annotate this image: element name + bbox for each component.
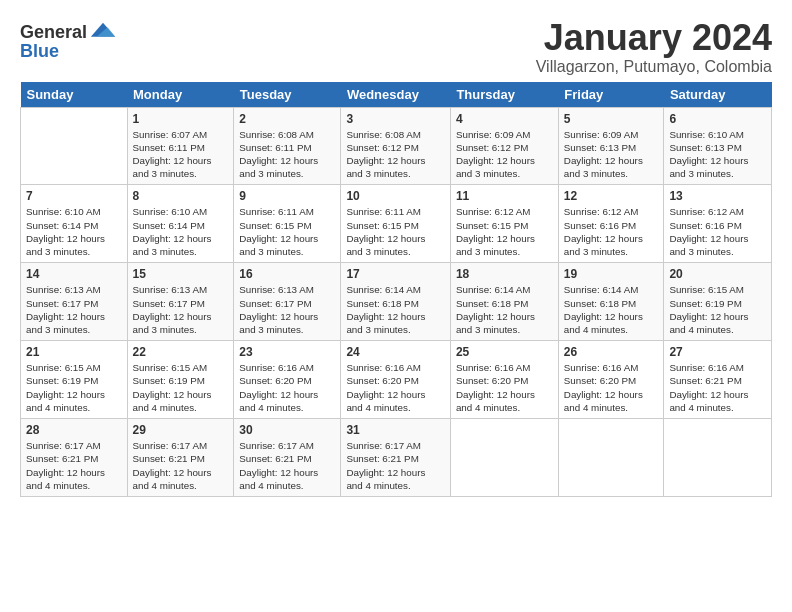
- weekday-header-monday: Monday: [127, 82, 234, 108]
- day-info: Sunrise: 6:17 AM Sunset: 6:21 PM Dayligh…: [239, 439, 335, 492]
- calendar-cell: 10Sunrise: 6:11 AM Sunset: 6:15 PM Dayli…: [341, 185, 451, 263]
- day-info: Sunrise: 6:14 AM Sunset: 6:18 PM Dayligh…: [564, 283, 659, 336]
- day-info: Sunrise: 6:14 AM Sunset: 6:18 PM Dayligh…: [456, 283, 553, 336]
- day-number: 16: [239, 267, 335, 281]
- calendar-cell: 9Sunrise: 6:11 AM Sunset: 6:15 PM Daylig…: [234, 185, 341, 263]
- day-number: 7: [26, 189, 122, 203]
- calendar-cell: 21Sunrise: 6:15 AM Sunset: 6:19 PM Dayli…: [21, 341, 128, 419]
- day-number: 31: [346, 423, 445, 437]
- day-number: 1: [133, 112, 229, 126]
- calendar-cell: 29Sunrise: 6:17 AM Sunset: 6:21 PM Dayli…: [127, 419, 234, 497]
- day-info: Sunrise: 6:12 AM Sunset: 6:16 PM Dayligh…: [564, 205, 659, 258]
- calendar-week-row: 1Sunrise: 6:07 AM Sunset: 6:11 PM Daylig…: [21, 107, 772, 185]
- day-info: Sunrise: 6:12 AM Sunset: 6:15 PM Dayligh…: [456, 205, 553, 258]
- calendar-cell: 26Sunrise: 6:16 AM Sunset: 6:20 PM Dayli…: [558, 341, 664, 419]
- day-info: Sunrise: 6:09 AM Sunset: 6:13 PM Dayligh…: [564, 128, 659, 181]
- logo-general-text: General: [20, 23, 87, 41]
- month-year-title: January 2024: [536, 18, 772, 58]
- weekday-header-thursday: Thursday: [450, 82, 558, 108]
- calendar-cell: 23Sunrise: 6:16 AM Sunset: 6:20 PM Dayli…: [234, 341, 341, 419]
- weekday-header-sunday: Sunday: [21, 82, 128, 108]
- calendar-cell: 25Sunrise: 6:16 AM Sunset: 6:20 PM Dayli…: [450, 341, 558, 419]
- calendar-cell: 16Sunrise: 6:13 AM Sunset: 6:17 PM Dayli…: [234, 263, 341, 341]
- weekday-header-saturday: Saturday: [664, 82, 772, 108]
- day-number: 20: [669, 267, 766, 281]
- calendar-cell: 24Sunrise: 6:16 AM Sunset: 6:20 PM Dayli…: [341, 341, 451, 419]
- day-info: Sunrise: 6:13 AM Sunset: 6:17 PM Dayligh…: [133, 283, 229, 336]
- day-info: Sunrise: 6:08 AM Sunset: 6:12 PM Dayligh…: [346, 128, 445, 181]
- calendar-cell: 14Sunrise: 6:13 AM Sunset: 6:17 PM Dayli…: [21, 263, 128, 341]
- calendar-cell: [664, 419, 772, 497]
- day-info: Sunrise: 6:09 AM Sunset: 6:12 PM Dayligh…: [456, 128, 553, 181]
- calendar-cell: 31Sunrise: 6:17 AM Sunset: 6:21 PM Dayli…: [341, 419, 451, 497]
- calendar-cell: [450, 419, 558, 497]
- day-number: 3: [346, 112, 445, 126]
- logo-blue-text: Blue: [20, 42, 59, 60]
- day-info: Sunrise: 6:16 AM Sunset: 6:21 PM Dayligh…: [669, 361, 766, 414]
- day-info: Sunrise: 6:16 AM Sunset: 6:20 PM Dayligh…: [346, 361, 445, 414]
- day-info: Sunrise: 6:14 AM Sunset: 6:18 PM Dayligh…: [346, 283, 445, 336]
- calendar-cell: 1Sunrise: 6:07 AM Sunset: 6:11 PM Daylig…: [127, 107, 234, 185]
- day-number: 28: [26, 423, 122, 437]
- day-info: Sunrise: 6:08 AM Sunset: 6:11 PM Dayligh…: [239, 128, 335, 181]
- day-number: 26: [564, 345, 659, 359]
- day-info: Sunrise: 6:13 AM Sunset: 6:17 PM Dayligh…: [239, 283, 335, 336]
- calendar-table: SundayMondayTuesdayWednesdayThursdayFrid…: [20, 82, 772, 497]
- day-info: Sunrise: 6:16 AM Sunset: 6:20 PM Dayligh…: [564, 361, 659, 414]
- calendar-cell: 12Sunrise: 6:12 AM Sunset: 6:16 PM Dayli…: [558, 185, 664, 263]
- day-number: 4: [456, 112, 553, 126]
- logo: General Blue: [20, 18, 117, 60]
- logo-icon: [89, 18, 117, 46]
- title-block: January 2024 Villagarzon, Putumayo, Colo…: [536, 18, 772, 76]
- day-number: 25: [456, 345, 553, 359]
- calendar-cell: 13Sunrise: 6:12 AM Sunset: 6:16 PM Dayli…: [664, 185, 772, 263]
- location-title: Villagarzon, Putumayo, Colombia: [536, 58, 772, 76]
- weekday-header-wednesday: Wednesday: [341, 82, 451, 108]
- weekday-header-tuesday: Tuesday: [234, 82, 341, 108]
- day-info: Sunrise: 6:17 AM Sunset: 6:21 PM Dayligh…: [346, 439, 445, 492]
- day-number: 18: [456, 267, 553, 281]
- day-info: Sunrise: 6:15 AM Sunset: 6:19 PM Dayligh…: [133, 361, 229, 414]
- day-info: Sunrise: 6:13 AM Sunset: 6:17 PM Dayligh…: [26, 283, 122, 336]
- day-number: 9: [239, 189, 335, 203]
- calendar-week-row: 21Sunrise: 6:15 AM Sunset: 6:19 PM Dayli…: [21, 341, 772, 419]
- day-info: Sunrise: 6:12 AM Sunset: 6:16 PM Dayligh…: [669, 205, 766, 258]
- day-number: 11: [456, 189, 553, 203]
- day-number: 22: [133, 345, 229, 359]
- calendar-cell: 11Sunrise: 6:12 AM Sunset: 6:15 PM Dayli…: [450, 185, 558, 263]
- day-info: Sunrise: 6:07 AM Sunset: 6:11 PM Dayligh…: [133, 128, 229, 181]
- day-number: 30: [239, 423, 335, 437]
- day-number: 24: [346, 345, 445, 359]
- calendar-cell: 20Sunrise: 6:15 AM Sunset: 6:19 PM Dayli…: [664, 263, 772, 341]
- header: General Blue January 2024 Villagarzon, P…: [20, 18, 772, 76]
- calendar-cell: 19Sunrise: 6:14 AM Sunset: 6:18 PM Dayli…: [558, 263, 664, 341]
- calendar-cell: 3Sunrise: 6:08 AM Sunset: 6:12 PM Daylig…: [341, 107, 451, 185]
- day-info: Sunrise: 6:11 AM Sunset: 6:15 PM Dayligh…: [239, 205, 335, 258]
- day-number: 19: [564, 267, 659, 281]
- calendar-cell: 18Sunrise: 6:14 AM Sunset: 6:18 PM Dayli…: [450, 263, 558, 341]
- day-number: 5: [564, 112, 659, 126]
- day-number: 13: [669, 189, 766, 203]
- page-container: General Blue January 2024 Villagarzon, P…: [0, 0, 792, 507]
- calendar-cell: 28Sunrise: 6:17 AM Sunset: 6:21 PM Dayli…: [21, 419, 128, 497]
- calendar-cell: 2Sunrise: 6:08 AM Sunset: 6:11 PM Daylig…: [234, 107, 341, 185]
- day-info: Sunrise: 6:10 AM Sunset: 6:14 PM Dayligh…: [133, 205, 229, 258]
- calendar-cell: 7Sunrise: 6:10 AM Sunset: 6:14 PM Daylig…: [21, 185, 128, 263]
- calendar-week-row: 14Sunrise: 6:13 AM Sunset: 6:17 PM Dayli…: [21, 263, 772, 341]
- day-number: 8: [133, 189, 229, 203]
- day-info: Sunrise: 6:10 AM Sunset: 6:13 PM Dayligh…: [669, 128, 766, 181]
- calendar-cell: 27Sunrise: 6:16 AM Sunset: 6:21 PM Dayli…: [664, 341, 772, 419]
- calendar-cell: 8Sunrise: 6:10 AM Sunset: 6:14 PM Daylig…: [127, 185, 234, 263]
- day-number: 10: [346, 189, 445, 203]
- day-info: Sunrise: 6:16 AM Sunset: 6:20 PM Dayligh…: [239, 361, 335, 414]
- day-number: 27: [669, 345, 766, 359]
- day-info: Sunrise: 6:17 AM Sunset: 6:21 PM Dayligh…: [26, 439, 122, 492]
- day-info: Sunrise: 6:16 AM Sunset: 6:20 PM Dayligh…: [456, 361, 553, 414]
- day-number: 15: [133, 267, 229, 281]
- calendar-cell: 6Sunrise: 6:10 AM Sunset: 6:13 PM Daylig…: [664, 107, 772, 185]
- calendar-week-row: 28Sunrise: 6:17 AM Sunset: 6:21 PM Dayli…: [21, 419, 772, 497]
- weekday-header-friday: Friday: [558, 82, 664, 108]
- day-info: Sunrise: 6:15 AM Sunset: 6:19 PM Dayligh…: [26, 361, 122, 414]
- calendar-cell: [21, 107, 128, 185]
- day-number: 17: [346, 267, 445, 281]
